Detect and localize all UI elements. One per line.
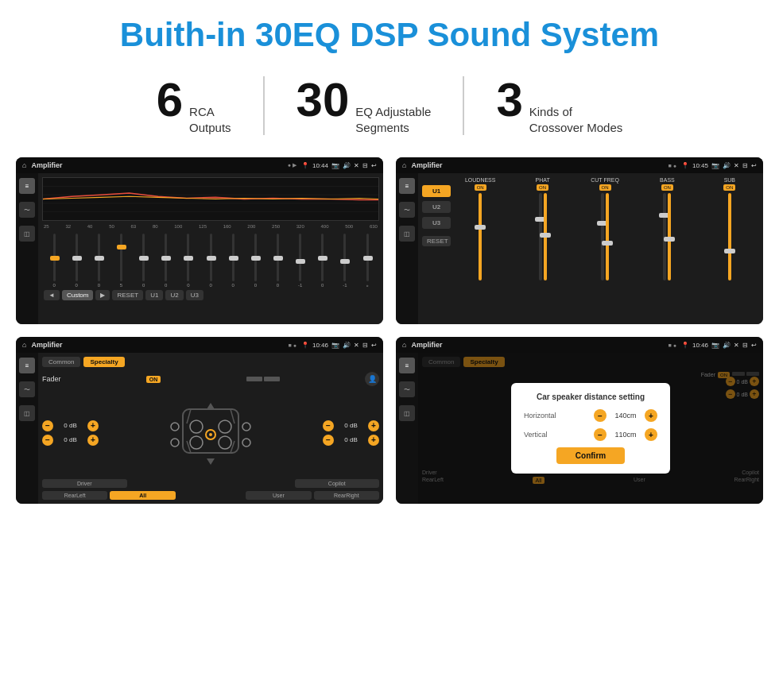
fader-label-row: Fader ON 👤 (42, 372, 379, 386)
eq-prev-btn[interactable]: ◄ (44, 290, 60, 300)
dialog-vertical-row: Vertical − 110cm + (524, 428, 657, 441)
u3-preset-btn[interactable]: U3 (422, 217, 451, 229)
fader-text: Fader (42, 375, 61, 383)
vol-value-tr: 0 dB (337, 422, 365, 429)
horizontal-plus-btn[interactable]: + (645, 409, 657, 422)
car-diagram-svg (163, 393, 258, 473)
rearleft-btn[interactable]: RearLeft (42, 491, 107, 500)
screen1-eqcontent: 253240506380 100125160200250320 40050063… (38, 173, 383, 324)
home-icon2[interactable]: ⌂ (402, 161, 406, 169)
vertical-minus-btn[interactable]: − (594, 428, 607, 441)
u1-preset-btn[interactable]: U1 (422, 185, 451, 197)
eq-graph (42, 177, 379, 221)
vol-plus-br[interactable]: + (368, 435, 379, 446)
u2-preset-btn[interactable]: U2 (422, 201, 451, 213)
fader-on-toggle[interactable]: ON (146, 376, 161, 383)
eq-freq-labels: 253240506380 100125160200250320 40050063… (42, 224, 379, 229)
vertical-plus-btn[interactable]: + (645, 428, 657, 441)
vol-value-bl: 0 dB (56, 436, 84, 443)
svg-point-15 (209, 433, 212, 436)
vol-plus-bl[interactable]: + (87, 435, 99, 446)
screen1-statusicons: 📍 10:44 📷 🔊 ✕ ⊟ ↩ (301, 162, 377, 169)
sidebar4-wave-btn[interactable]: 〜 (399, 381, 415, 397)
home-icon3[interactable]: ⌂ (22, 341, 26, 349)
sidebar4-eq-btn[interactable]: ≡ (399, 358, 415, 373)
tab-common[interactable]: Common (42, 357, 80, 367)
home-icon4[interactable]: ⌂ (402, 341, 406, 349)
stat-number-rca: 6 (157, 76, 183, 124)
fader-tabs: Common Specialty (42, 357, 379, 367)
copilot-btn[interactable]: Copilot (295, 479, 380, 488)
svg-point-19 (242, 423, 250, 431)
sidebar2-speaker-btn[interactable]: ◫ (399, 226, 415, 242)
screen2-sidebar: ≡ 〜 ◫ (396, 173, 418, 324)
sidebar-speaker-btn[interactable]: ◫ (19, 226, 35, 242)
sidebar3-eq-btn[interactable]: ≡ (19, 358, 35, 373)
sidebar-wave-btn[interactable]: 〜 (19, 202, 35, 218)
eq-bottom-row: ◄ Custom ▶ RESET U1 U2 U3 (42, 288, 379, 303)
screen4-container: ⌂ Amplifier ■ ● 📍 10:46 📷 🔊 ✕ ⊟ ↩ ≡ 〜 ◫ (396, 337, 763, 504)
sidebar-eq-btn[interactable]: ≡ (19, 178, 35, 194)
vol-row-bottomleft: − 0 dB + (42, 435, 99, 446)
svg-point-10 (190, 420, 203, 433)
screen2-statusbar: ⌂ Amplifier ■ ● 📍 10:45 📷 🔊 ✕ ⊟ ↩ (396, 157, 763, 173)
eq-next-btn[interactable]: ▶ (95, 290, 110, 300)
eq-u2-btn[interactable]: U2 (165, 290, 183, 300)
screen2-appname: Amplifier (411, 161, 663, 169)
distance-dialog: Car speaker distance setting Horizontal … (511, 383, 670, 474)
rearright-btn[interactable]: RearRight (314, 491, 379, 500)
svg-point-21 (242, 439, 250, 447)
vertical-value: 110cm (610, 431, 641, 439)
stat-crossover: 3 Kinds of Crossover Modes (464, 76, 654, 135)
crossover-cutfreq: CUT FREQ ON (576, 177, 634, 320)
horizontal-minus-btn[interactable]: − (594, 409, 607, 422)
screen1-statusbar: ⌂ Amplifier ● ▶ 📍 10:44 📷 🔊 ✕ ⊟ ↩ (16, 157, 383, 173)
page-title: Buith-in 30EQ DSP Sound System (8, 16, 771, 54)
crossover-phat: PHAT ON (513, 177, 572, 320)
eq-preset-btn[interactable]: Custom (62, 290, 94, 300)
vol-minus-tl[interactable]: − (42, 420, 53, 431)
sidebar2-eq-btn[interactable]: ≡ (399, 178, 415, 194)
vol-row-bottomright: − 0 dB + (323, 435, 379, 446)
user-btn[interactable]: User (246, 491, 311, 500)
screen4-appname: Amplifier (411, 341, 663, 349)
eq-reset-btn[interactable]: RESET (112, 290, 143, 300)
screenshots-grid: ⌂ Amplifier ● ▶ 📍 10:44 📷 🔊 ✕ ⊟ ↩ ≡ 〜 ◫ (0, 149, 779, 520)
vertical-label: Vertical (524, 431, 548, 439)
screen3-fader: Common Specialty Fader ON 👤 (38, 353, 383, 504)
stat-number-crossover: 3 (496, 76, 522, 124)
screen4-sidebar: ≡ 〜 ◫ (396, 353, 418, 504)
confirm-button[interactable]: Confirm (556, 447, 625, 464)
dialog-title: Car speaker distance setting (524, 393, 657, 401)
vol-value-br: 0 dB (337, 436, 365, 443)
fader-right-controls: − 0 dB + − 0 dB + (323, 389, 379, 476)
eq-u3-btn[interactable]: U3 (186, 290, 203, 300)
vol-minus-br[interactable]: − (323, 435, 334, 446)
horizontal-controls: − 140cm + (594, 409, 657, 422)
all-btn[interactable]: All (110, 491, 175, 500)
vol-plus-tr[interactable]: + (368, 420, 379, 431)
tab-specialty[interactable]: Specialty (83, 357, 124, 367)
screen3-bottom-btns2: RearLeft All User RearRight (42, 491, 379, 500)
svg-point-13 (219, 436, 231, 449)
vol-minus-tr[interactable]: − (323, 420, 334, 431)
eq-svg (43, 178, 378, 220)
vol-minus-bl[interactable]: − (42, 435, 53, 446)
eq-sliders: 0 0 0 5 0 0 0 0 0 0 0 -1 0 -1 » (42, 232, 379, 288)
screen2-container: ⌂ Amplifier ■ ● 📍 10:45 📷 🔊 ✕ ⊟ ↩ ≡ 〜 ◫ … (396, 157, 763, 324)
vol-row-topleft: − 0 dB + (42, 420, 99, 431)
sidebar4-speaker-btn[interactable]: ◫ (399, 405, 415, 421)
driver-btn[interactable]: Driver (42, 479, 127, 488)
horizontal-label: Horizontal (524, 412, 556, 420)
sidebar3-wave-btn[interactable]: 〜 (19, 381, 35, 397)
screen3-bottom-btns: Driver Copilot (42, 479, 379, 488)
sidebar2-wave-btn[interactable]: 〜 (399, 202, 415, 218)
crossover-reset-btn[interactable]: RESET (422, 236, 451, 246)
home-icon[interactable]: ⌂ (22, 161, 26, 169)
crossover-loudness: LOUDNESS ON (451, 177, 510, 320)
spacer1 (130, 479, 293, 488)
svg-point-11 (219, 420, 231, 433)
eq-u1-btn[interactable]: U1 (145, 290, 163, 300)
sidebar3-speaker-btn[interactable]: ◫ (19, 405, 35, 421)
vol-plus-tl[interactable]: + (87, 420, 99, 431)
